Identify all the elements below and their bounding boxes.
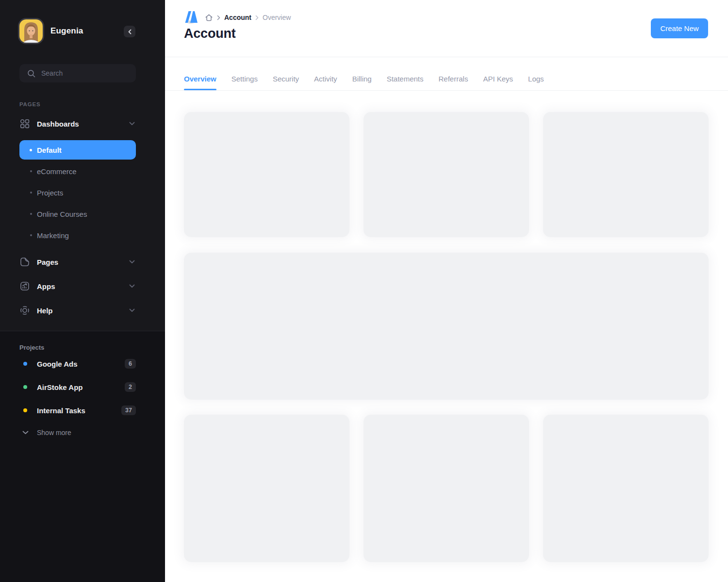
count-badge: 6 [125, 359, 136, 369]
tab-bar-divider [165, 90, 728, 91]
sidebar-item-marketing[interactable]: Marketing [19, 228, 136, 242]
search-input[interactable] [41, 69, 124, 77]
sidebar-item-projects[interactable]: Projects [19, 185, 136, 200]
sidebar-collapse-button[interactable] [124, 26, 135, 37]
project-label: Google Ads [37, 360, 78, 368]
chevron-left-icon [128, 29, 132, 34]
bullet-dot [30, 213, 32, 215]
bullet-dot [30, 149, 32, 151]
tab-activity[interactable]: Activity [314, 68, 337, 90]
sidebar-item-help[interactable]: Help [19, 303, 136, 318]
lifebuoy-icon [19, 305, 30, 316]
nav-label-pages: Pages [37, 258, 128, 266]
header-divider [165, 57, 728, 57]
tab-overview[interactable]: Overview [184, 68, 216, 90]
sidebar-item-default[interactable]: Default [19, 140, 136, 160]
project-item-internal-tasks[interactable]: Internal Tasks 37 [19, 403, 136, 418]
tab-billing[interactable]: Billing [352, 68, 372, 90]
nav-label-help: Help [37, 307, 128, 315]
project-dot [23, 385, 27, 389]
chevron-down-icon [128, 122, 136, 126]
tab-referrals[interactable]: Referrals [439, 68, 468, 90]
show-more-label: Show more [37, 429, 71, 436]
bullet-dot [30, 234, 32, 236]
nav-label-apps: Apps [37, 282, 128, 291]
tab-security[interactable]: Security [273, 68, 299, 90]
chevron-down-icon [128, 260, 136, 264]
sidebar-item-apps[interactable]: Apps [19, 279, 136, 293]
project-dot [23, 408, 27, 412]
bullet-dot [30, 170, 32, 172]
project-item-airstoke-app[interactable]: AirStoke App 2 [19, 380, 136, 394]
create-new-button[interactable]: Create New [651, 18, 708, 38]
home-icon[interactable] [205, 14, 213, 22]
nav-label-dashboards: Dashboards [37, 120, 128, 128]
search-icon [27, 69, 35, 78]
grid-icon [19, 118, 30, 129]
app-root: Eugenia PAGES [0, 0, 728, 582]
page-title: Account [184, 26, 236, 41]
placeholder-card [543, 112, 709, 237]
pages-section-label: PAGES [19, 101, 40, 107]
count-badge: 2 [125, 382, 136, 392]
tab-bar: Overview Settings Security Activity Bill… [184, 68, 544, 90]
avatar[interactable] [19, 19, 43, 43]
tab-api-keys[interactable]: API Keys [483, 68, 513, 90]
nav-label-projects: Projects [37, 189, 63, 197]
placeholder-card [184, 415, 349, 562]
breadcrumb-overview: Overview [263, 14, 291, 21]
app-logo-icon[interactable] [184, 10, 199, 24]
nav-label-ecommerce: eCommerce [37, 167, 77, 176]
sidebar-item-online-courses[interactable]: Online Courses [19, 207, 136, 221]
placeholder-card [364, 112, 529, 237]
sidebar: Eugenia PAGES [0, 0, 165, 582]
chevron-down-icon [21, 431, 29, 435]
project-label: AirStoke App [37, 383, 83, 391]
project-item-google-ads[interactable]: Google Ads 6 [19, 356, 136, 371]
page-icon [19, 257, 30, 267]
tab-settings[interactable]: Settings [232, 68, 258, 90]
sidebar-item-dashboards[interactable]: Dashboards [19, 116, 136, 131]
projects-section-label: Projects [19, 344, 44, 351]
user-row: Eugenia [19, 19, 136, 43]
count-badge: 37 [121, 405, 136, 416]
tab-statements[interactable]: Statements [387, 68, 424, 90]
nav-label-default: Default [37, 146, 62, 154]
show-more-button[interactable]: Show more [19, 425, 136, 440]
search-box[interactable] [19, 64, 136, 82]
chevron-right-icon [217, 15, 220, 20]
project-dot [23, 362, 27, 366]
placeholder-card-wide [184, 253, 709, 400]
chart-icon [19, 281, 30, 291]
project-label: Internal Tasks [37, 406, 85, 415]
sidebar-item-pages[interactable]: Pages [19, 255, 136, 269]
sidebar-item-ecommerce[interactable]: eCommerce [19, 164, 136, 178]
nav-label-marketing: Marketing [37, 231, 69, 240]
placeholder-card [364, 415, 529, 562]
chevron-right-icon [255, 15, 259, 20]
sidebar-divider [0, 331, 165, 331]
nav-label-online-courses: Online Courses [37, 210, 87, 218]
breadcrumb: Account Overview [205, 13, 291, 22]
user-name: Eugenia [50, 19, 83, 43]
chevron-down-icon [128, 308, 136, 312]
tab-logs[interactable]: Logs [528, 68, 544, 90]
chevron-down-icon [128, 284, 136, 288]
breadcrumb-account[interactable]: Account [224, 14, 251, 21]
placeholder-card [543, 415, 709, 562]
main-content: Account Overview Account Create New Over… [165, 0, 728, 582]
placeholder-card [184, 112, 349, 237]
bullet-dot [30, 192, 32, 194]
